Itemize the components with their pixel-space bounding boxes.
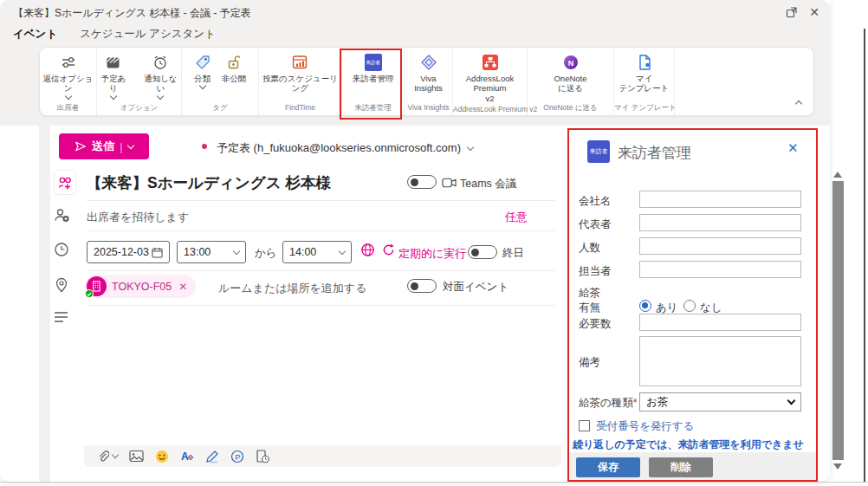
tab-scheduling-assistant[interactable]: スケジュール アシスタント	[80, 27, 216, 42]
end-time-field[interactable]: 14:00	[282, 241, 352, 263]
window-title: 【来客】Sホールディングス 杉本様 - 会議 - 予定表	[13, 6, 251, 21]
my-templates-button[interactable]: マイ テンプレート	[619, 53, 669, 94]
chevron-down-icon	[157, 93, 164, 100]
chevron-down-icon	[199, 82, 206, 89]
page-scrollbar[interactable]	[831, 172, 845, 482]
insert-image-icon[interactable]	[129, 449, 144, 464]
no-reminder-button[interactable]: 通知しない	[140, 53, 181, 99]
event-title-icon	[54, 170, 76, 195]
event-title-field[interactable]: 【来客】Sホールディングス 杉本様	[87, 172, 331, 193]
calendar-color-dot	[202, 144, 207, 149]
ribbon-group-tags: 分類 非公開 タグ	[182, 48, 259, 115]
location-pin-icon	[54, 277, 69, 293]
issue-number-checkbox[interactable]	[579, 420, 590, 431]
addresslook-button[interactable]: AddressLook Premium v2	[453, 53, 527, 103]
notes-label: 備考	[579, 355, 600, 370]
scheduling-poll-button[interactable]: 投票のスケジューリング	[259, 53, 341, 94]
teams-meeting-toggle[interactable]	[407, 175, 437, 189]
start-time-field[interactable]: 13:00	[177, 241, 246, 263]
in-person-label: 対面イベント	[443, 280, 508, 295]
tab-event[interactable]: イベント	[13, 27, 57, 42]
alarm-clock-icon	[152, 53, 169, 72]
people-count-input[interactable]	[639, 237, 801, 255]
visitor-management-button[interactable]: 来訪者 来訪者管理	[353, 53, 394, 83]
reply-options-button[interactable]: 返信オプション	[40, 53, 96, 99]
company-input[interactable]	[639, 191, 801, 208]
calendar-icon	[152, 247, 163, 258]
send-to-onenote-button[interactable]: N OneNote に送る	[554, 53, 586, 94]
categorize-button[interactable]: 分類	[194, 53, 211, 88]
draw-icon[interactable]	[205, 449, 219, 464]
ribbon-group-addresslook: AddressLook Premium v2 AddressLook Premi…	[453, 48, 528, 115]
send-button[interactable]: 送信 |	[59, 133, 149, 159]
formatting-icon[interactable]: A	[180, 449, 194, 464]
popout-icon[interactable]	[783, 4, 800, 20]
teams-meeting-label: Teams 会議	[460, 177, 516, 191]
private-button[interactable]: 非公開	[222, 53, 247, 83]
staff-input[interactable]	[639, 261, 801, 278]
close-icon[interactable]: ✕	[806, 4, 823, 20]
ribbon-group-findtime: 投票のスケジューリング FindTime	[259, 48, 342, 115]
clock-icon	[54, 242, 69, 257]
chevron-down-icon	[787, 396, 796, 405]
ribbon-group-my-templates: マイ テンプレート マイ テンプレート	[614, 48, 675, 115]
calendar-selector[interactable]: 予定表 (h_fukuoka@lookseries.onmicrosoft.co…	[217, 140, 473, 156]
issue-number-label[interactable]: 受付番号を発行する	[596, 419, 694, 434]
visitor-app-icon: 来訪者	[365, 53, 382, 72]
chevron-down-icon	[339, 247, 346, 254]
panel-close-icon[interactable]: ✕	[787, 140, 799, 156]
representative-label: 代表者	[579, 217, 612, 232]
camera-icon	[442, 178, 457, 188]
send-options-chevron-icon[interactable]	[126, 141, 133, 148]
ribbon: 返信オプション 出席者 予定あり	[39, 47, 814, 116]
loop-icon[interactable]: P	[230, 449, 244, 464]
tea-no-radio[interactable]	[683, 300, 696, 312]
viva-insights-button[interactable]: Viva Insights	[414, 53, 443, 94]
attach-icon[interactable]	[97, 449, 118, 464]
remove-location-icon[interactable]: ✕	[178, 281, 187, 293]
all-day-toggle[interactable]	[468, 245, 497, 259]
viva-insights-icon	[420, 53, 437, 72]
ribbon-collapse-chevron-up-icon[interactable]	[795, 100, 802, 107]
visitor-app-icon: 来訪者	[587, 140, 610, 163]
scroll-down-arrow-icon[interactable]	[833, 463, 842, 470]
body-editor[interactable]	[84, 309, 561, 445]
svg-text:A: A	[181, 450, 189, 463]
tea-type-select[interactable]: お茶	[639, 392, 801, 411]
scrollbar-thumb[interactable]	[832, 181, 844, 460]
emoji-icon[interactable]	[155, 449, 169, 464]
delete-button[interactable]: 削除	[649, 457, 713, 477]
start-date-field[interactable]: 2025-12-03	[87, 241, 170, 263]
addresslook-icon	[482, 53, 499, 72]
chevron-down-icon	[110, 93, 117, 100]
recurrence-link[interactable]: 定期的に実行	[398, 246, 466, 262]
from-to-label: から	[255, 246, 277, 261]
chevron-down-icon	[112, 451, 119, 458]
show-as-busy-button[interactable]: 予定あり	[97, 53, 130, 99]
optional-attendees-link[interactable]: 任意	[505, 210, 528, 225]
building-icon	[92, 281, 101, 292]
notes-icon	[54, 311, 68, 323]
people-count-label: 人数	[579, 241, 600, 256]
chevron-down-icon	[233, 247, 240, 254]
tea-yes-radio[interactable]	[639, 300, 651, 312]
room-avatar	[87, 276, 107, 296]
location-chip[interactable]: TOKYO-F05 ✕	[85, 275, 196, 298]
save-button[interactable]: 保存	[576, 457, 640, 477]
location-field[interactable]: ルームまたは場所を追加する	[218, 281, 366, 296]
compose-form: 送信 | 予定表 (h_fukuoka@lookseries.onmicroso…	[50, 126, 563, 482]
notes-textarea[interactable]	[639, 336, 801, 386]
required-count-input[interactable]	[639, 314, 801, 331]
attendees-field[interactable]: 出席者を招待します	[87, 210, 189, 225]
my-templates-icon	[637, 53, 652, 72]
in-person-toggle[interactable]	[407, 279, 437, 293]
required-asterisk: *	[633, 397, 638, 409]
scroll-up-arrow-icon[interactable]	[833, 172, 842, 178]
company-label: 会社名	[579, 194, 612, 209]
chevron-down-icon	[467, 143, 474, 150]
schedule-send-icon[interactable]	[256, 449, 269, 464]
timezone-globe-icon[interactable]	[360, 243, 375, 257]
representative-input[interactable]	[639, 214, 801, 231]
location-chip-label: TOKYO-F05	[112, 281, 172, 293]
panel-title: 来訪者管理	[618, 143, 691, 163]
